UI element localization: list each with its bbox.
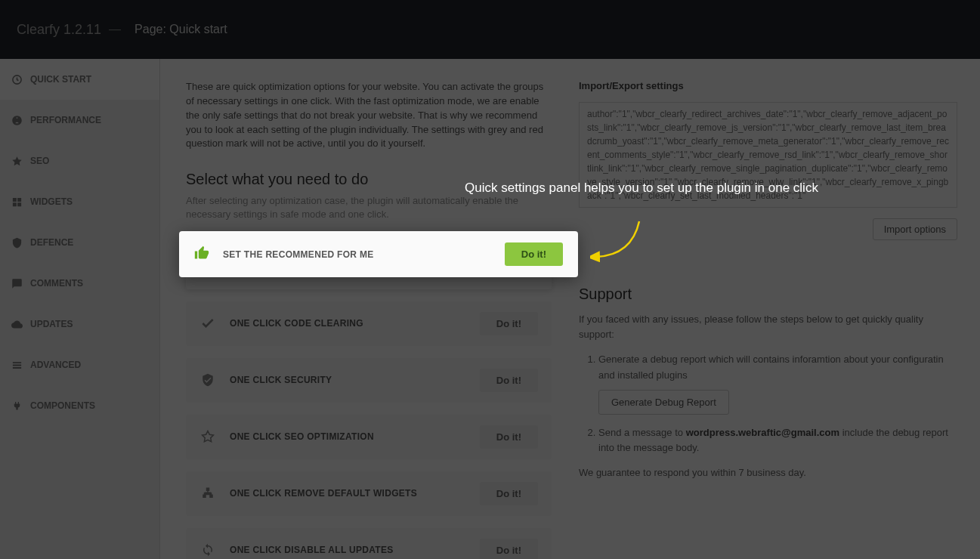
spotlight-card[interactable]: SET THE RECOMMENED FOR ME Do it! <box>179 231 578 277</box>
app-header: Clearfy 1.2.11 — Page: Quick start <box>0 0 980 59</box>
card-label: ONE CLICK DISABLE ALL UPDATES <box>230 545 466 555</box>
star-outline-icon <box>199 428 216 445</box>
card-label: ONE CLICK REMOVE DEFAULT WIDGETS <box>230 488 466 499</box>
tooltip-text: Quick settings panel helps you to set up… <box>464 178 819 198</box>
support-note: We guarantee to respond you within 7 bus… <box>579 467 957 478</box>
support-title: Support <box>579 286 957 303</box>
sidebar-item-quick-start[interactable]: QUICK START <box>0 59 159 100</box>
sidebar-item-label: QUICK START <box>30 74 91 85</box>
sidebar-item-label: PERFORMANCE <box>30 115 101 125</box>
card-label: ONE CLICK SEO OPTIMIZATION <box>230 431 466 442</box>
do-it-button[interactable]: Do it! <box>480 425 538 449</box>
quick-card-3: ONE CLICK SEO OPTIMIZATIONDo it! <box>186 415 552 459</box>
sitemap-icon <box>199 485 216 502</box>
support-step-1: Generate a debug report which will conta… <box>598 352 957 415</box>
do-it-button[interactable]: Do it! <box>480 539 538 559</box>
thumbs-up-icon <box>194 246 209 264</box>
shield-check-icon <box>199 372 216 388</box>
sidebar-item-seo[interactable]: SEO <box>0 141 159 181</box>
sidebar-item-updates[interactable]: UPDATES <box>0 304 159 344</box>
cloud-icon <box>11 318 23 330</box>
support-intro: If you faced with any issues, please fol… <box>579 312 957 341</box>
sidebar-item-label: WIDGETS <box>30 196 73 207</box>
sidebar-item-label: ADVANCED <box>30 360 81 370</box>
quick-card-5: ONE CLICK DISABLE ALL UPDATESDo it! <box>186 528 552 559</box>
intro-text: These are quick optimization options for… <box>186 80 552 151</box>
sidebar-item-defence[interactable]: DEFENCE <box>0 222 159 263</box>
check-icon <box>199 315 216 332</box>
sidebar-item-performance[interactable]: PERFORMANCE <box>0 100 159 141</box>
import-options-button[interactable]: Import options <box>873 218 957 240</box>
select-sub: After selecting any optimization case, t… <box>186 194 552 221</box>
sidebar-item-label: SEO <box>30 156 49 166</box>
shield-icon <box>11 236 23 249</box>
do-it-button[interactable]: Do it! <box>480 369 538 392</box>
app-title: Clearfy 1.2.11 <box>17 22 101 38</box>
sidebar-item-label: UPDATES <box>30 319 73 329</box>
comments-icon <box>11 277 23 289</box>
page-title: Page: Quick start <box>134 23 227 36</box>
list-icon <box>11 359 23 371</box>
sidebar-item-label: COMPONENTS <box>30 400 95 411</box>
widgets-icon <box>11 196 23 208</box>
card-label: ONE CLICK SECURITY <box>230 375 466 385</box>
quick-card-1: ONE CLICK CODE CLEARINGDo it! <box>186 301 552 346</box>
do-it-button[interactable]: Do it! <box>480 312 538 335</box>
card-label: ONE CLICK CODE CLEARING <box>230 318 466 329</box>
plug-icon <box>11 400 23 412</box>
quick-card-4: ONE CLICK REMOVE DEFAULT WIDGETSDo it! <box>186 471 552 516</box>
sidebar-item-label: DEFENCE <box>30 237 73 248</box>
sidebar-item-widgets[interactable]: WIDGETS <box>0 181 159 222</box>
refresh-icon <box>199 542 216 558</box>
quick-card-2: ONE CLICK SECURITYDo it! <box>186 358 552 403</box>
import-export-title: Import/Export settings <box>579 80 957 91</box>
do-it-button[interactable]: Do it! <box>480 482 538 505</box>
sidebar: QUICK STARTPERFORMANCESEOWIDGETSDEFENCEC… <box>0 59 160 559</box>
gauge-icon <box>11 114 23 126</box>
support-step-2: Send a message to wordpress.webraftic@gm… <box>598 425 957 457</box>
spotlight-do-it-button[interactable]: Do it! <box>505 242 563 266</box>
sidebar-item-label: COMMENTS <box>30 278 83 289</box>
support-email: wordpress.webraftic@gmail.com <box>686 427 839 438</box>
star-icon <box>11 155 23 167</box>
sidebar-item-advanced[interactable]: ADVANCED <box>0 344 159 385</box>
sidebar-item-components[interactable]: COMPONENTS <box>0 385 159 426</box>
header-sep: — <box>109 23 121 36</box>
spotlight-label: SET THE RECOMMENED FOR ME <box>223 249 491 260</box>
clock-icon <box>11 73 23 85</box>
generate-debug-report-button[interactable]: Generate Debug Report <box>598 390 729 415</box>
sidebar-item-comments[interactable]: COMMENTS <box>0 263 159 304</box>
